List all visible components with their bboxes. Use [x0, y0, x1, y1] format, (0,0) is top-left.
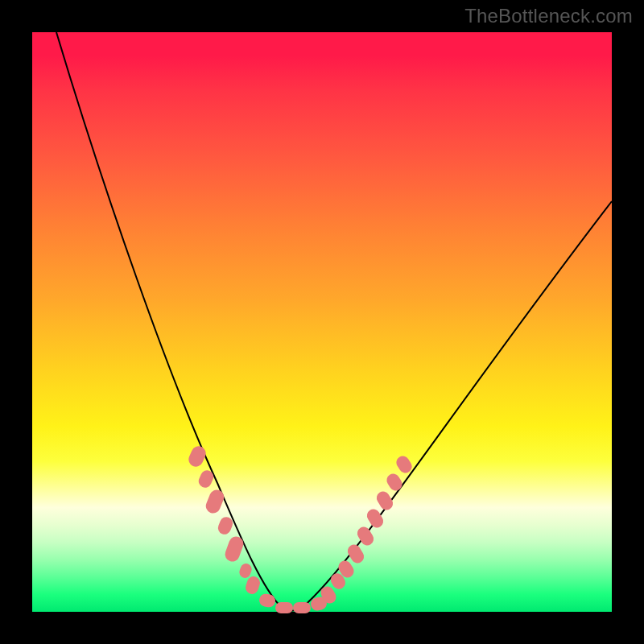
svg-rect-5 — [237, 562, 253, 580]
svg-rect-16 — [365, 507, 386, 530]
svg-rect-8 — [275, 602, 293, 613]
svg-rect-2 — [204, 488, 226, 516]
svg-rect-0 — [186, 444, 208, 469]
curve-layer — [32, 32, 612, 612]
chart-frame: TheBottleneck.com — [0, 0, 644, 644]
plot-area — [32, 32, 612, 612]
pink-segment-right — [319, 453, 415, 605]
pink-segment-left — [186, 444, 262, 595]
watermark-text: TheBottleneck.com — [464, 5, 633, 27]
svg-rect-17 — [374, 489, 395, 513]
svg-rect-6 — [244, 575, 262, 596]
svg-rect-9 — [293, 602, 311, 613]
svg-rect-18 — [384, 471, 404, 493]
svg-rect-7 — [258, 592, 276, 608]
bottleneck-curve — [56, 32, 612, 611]
